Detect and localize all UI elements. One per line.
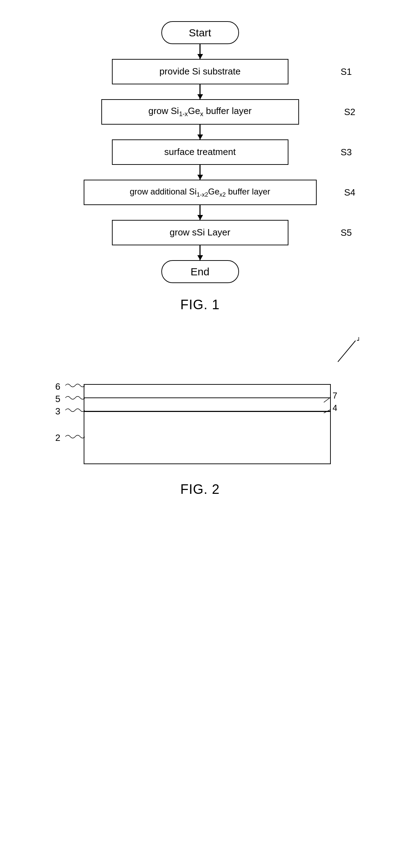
- s2-step: S2: [344, 107, 356, 118]
- arrow-5: [199, 205, 201, 220]
- fig1-label: FIG. 1: [180, 297, 220, 312]
- s4-label: grow additional Si1-x2Gex2 buffer layer: [126, 186, 274, 199]
- fig2-container: 1 7: [41, 348, 359, 518]
- flowchart-fig1: Start provide Si substrate S1 grow Si1-x…: [77, 21, 324, 334]
- layer-4-line: [84, 411, 331, 412]
- arrow-3: [199, 125, 201, 139]
- s3-label: surface treatment: [161, 146, 239, 158]
- layer-3: [84, 411, 331, 424]
- svg-text:4: 4: [333, 403, 337, 413]
- s5-step: S5: [341, 227, 352, 238]
- layer-stack: 7 4: [84, 358, 331, 464]
- arrow-4: [199, 165, 201, 180]
- label-3-text: 3: [55, 406, 60, 417]
- label-6-text: 6: [55, 381, 60, 392]
- svg-text:7: 7: [333, 391, 337, 400]
- squiggle-6: [65, 381, 85, 390]
- s1-node: provide Si substrate: [112, 59, 288, 84]
- label-5-text: 5: [55, 394, 60, 405]
- s3-node: surface treatment: [112, 139, 288, 165]
- squiggle-3: [65, 406, 85, 414]
- page: Start provide Si substrate S1 grow Si1-x…: [0, 0, 400, 868]
- s2-node: grow Si1-xGex buffer layer: [101, 99, 299, 125]
- s4-node-wrapper: grow additional Si1-x2Gex2 buffer layer …: [77, 180, 324, 205]
- s2-label: grow Si1-xGex buffer layer: [145, 105, 255, 119]
- layer-6: [84, 384, 331, 397]
- s3-step: S3: [341, 147, 352, 158]
- arrow-1: [199, 44, 201, 59]
- svg-line-2: [324, 397, 331, 402]
- svg-line-4: [324, 409, 331, 413]
- start-node: Start: [161, 21, 239, 44]
- end-node: End: [161, 260, 239, 283]
- s4-step: S4: [344, 187, 356, 198]
- s5-label: grow sSi Layer: [166, 227, 234, 239]
- squiggle-5: [65, 394, 85, 402]
- start-node-wrapper: Start: [77, 21, 324, 44]
- s2-node-wrapper: grow Si1-xGex buffer layer S2: [77, 99, 324, 125]
- s5-node-wrapper: grow sSi Layer S5: [77, 220, 324, 245]
- svg-line-0: [338, 341, 356, 362]
- end-label: End: [187, 265, 213, 279]
- s3-node-wrapper: surface treatment S3: [77, 139, 324, 165]
- label-2-text: 2: [55, 432, 60, 443]
- layer-diagram-wrapper: 1 7: [55, 348, 359, 475]
- s1-label: provide Si substrate: [156, 66, 244, 78]
- layer-substrate: [84, 424, 331, 464]
- s1-step: S1: [341, 66, 352, 77]
- s1-node-wrapper: provide Si substrate S1: [77, 59, 324, 84]
- end-node-wrapper: End: [77, 260, 324, 283]
- arrow-6: [199, 245, 201, 260]
- s5-node: grow sSi Layer: [112, 220, 288, 245]
- arrow-2: [199, 84, 201, 99]
- fig2-label: FIG. 2: [180, 482, 220, 497]
- svg-text:1: 1: [356, 337, 359, 343]
- right-arrows-svg: 7 4: [324, 383, 366, 422]
- layer-5: [84, 397, 331, 411]
- s4-node: grow additional Si1-x2Gex2 buffer layer: [84, 180, 317, 205]
- start-label: Start: [185, 26, 215, 40]
- squiggle-2: [65, 432, 85, 441]
